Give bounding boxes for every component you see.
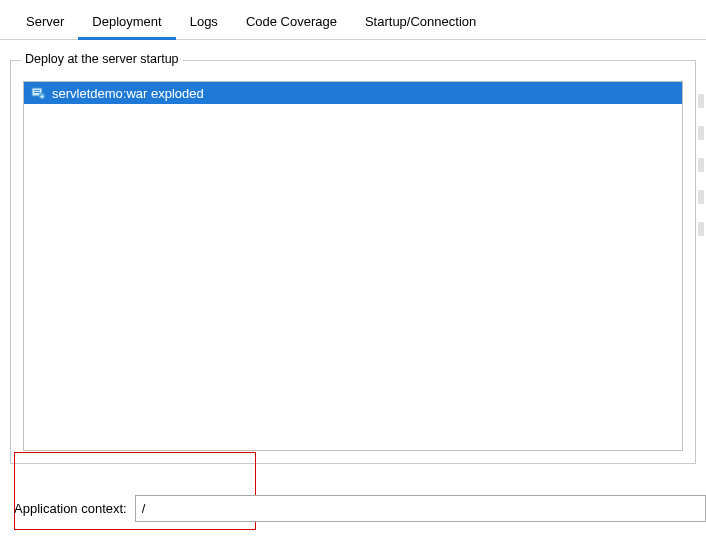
tab-bar: Server Deployment Logs Code Coverage Sta… bbox=[0, 0, 706, 40]
tab-logs[interactable]: Logs bbox=[176, 8, 232, 40]
application-context-input[interactable] bbox=[135, 495, 706, 522]
side-toolbar bbox=[698, 94, 706, 236]
artifact-icon bbox=[30, 85, 46, 101]
up-button-stub[interactable] bbox=[698, 190, 704, 204]
groupbox-title: Deploy at the server startup bbox=[21, 52, 183, 66]
remove-button-stub[interactable] bbox=[698, 126, 704, 140]
svg-rect-2 bbox=[34, 92, 40, 93]
tab-code-coverage[interactable]: Code Coverage bbox=[232, 8, 351, 40]
application-context-label: Application context: bbox=[14, 501, 127, 516]
artifact-list[interactable]: servletdemo:war exploded bbox=[23, 81, 683, 451]
svg-rect-1 bbox=[34, 90, 40, 91]
tab-startup-connection[interactable]: Startup/Connection bbox=[351, 8, 490, 40]
edit-button-stub[interactable] bbox=[698, 158, 704, 172]
add-button-stub[interactable] bbox=[698, 94, 704, 108]
down-button-stub[interactable] bbox=[698, 222, 704, 236]
tab-deployment[interactable]: Deployment bbox=[78, 8, 175, 40]
artifact-list-item[interactable]: servletdemo:war exploded bbox=[24, 82, 682, 104]
artifact-label: servletdemo:war exploded bbox=[52, 86, 204, 101]
deploy-groupbox: Deploy at the server startup servletdemo… bbox=[10, 60, 696, 464]
application-context-row: Application context: bbox=[14, 495, 706, 522]
tab-server[interactable]: Server bbox=[12, 8, 78, 40]
deployment-panel: Deploy at the server startup servletdemo… bbox=[0, 40, 706, 464]
